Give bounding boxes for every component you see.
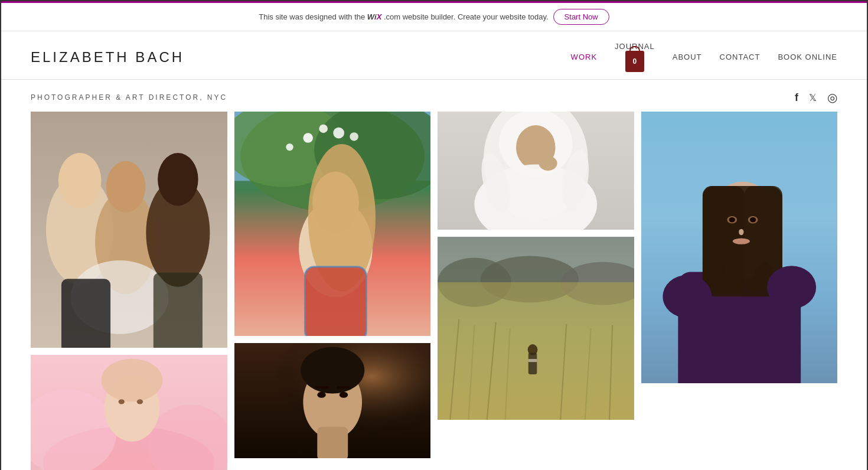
svg-point-15 [101,359,162,402]
svg-rect-65 [528,359,537,362]
wix-logo: WiX [367,12,384,21]
start-now-button[interactable]: Start Now [553,9,609,25]
gallery-col-1 [31,112,227,470]
twitter-icon[interactable]: 𝕏 [809,92,817,103]
svg-rect-40 [315,386,329,389]
gallery-col-4 [641,112,838,470]
svg-point-78 [732,238,749,244]
svg-point-26 [350,132,358,141]
svg-rect-8 [61,279,110,348]
svg-point-64 [528,344,538,355]
nav-item-work[interactable]: WORK [571,53,597,61]
cart-icon[interactable]: 0 [625,51,644,72]
instagram-icon[interactable]: ◎ [827,90,837,105]
gallery-col-2 [234,112,431,470]
nav-item-about[interactable]: ABOUT [673,53,702,61]
svg-point-27 [286,143,293,151]
svg-rect-31 [305,267,366,336]
photo-flowers-outdoor[interactable] [234,112,431,336]
facebook-icon[interactable]: f [795,92,798,104]
svg-point-79 [729,217,735,222]
svg-point-23 [303,133,313,143]
nav-item-contact[interactable]: CONTACT [720,53,761,61]
subtitle-text: PHOTOGRAPHER & ART DIRECTOR, NYC [31,93,227,102]
svg-point-2 [58,153,102,208]
main-nav: WORK JOURNAL 0 ABOUT CONTACT Book Online [571,42,837,72]
svg-rect-9 [154,273,203,348]
photo-group-fashion[interactable] [31,112,227,348]
photo-field-landscape[interactable] [438,237,634,420]
header: ELIZABETH BACH WORK JOURNAL 0 ABOUT CONT… [1,31,867,80]
svg-point-6 [158,153,198,205]
top-banner: This site was designed with the WiX .com… [1,1,867,31]
svg-rect-41 [336,386,350,389]
svg-rect-63 [528,353,537,374]
svg-point-82 [767,266,816,309]
svg-point-4 [106,161,146,213]
photo-man-dark-portrait[interactable] [234,343,431,458]
svg-rect-37 [317,427,348,458]
svg-point-38 [317,391,326,397]
svg-point-36 [301,347,364,394]
subtitle-bar: PHOTOGRAPHER & ART DIRECTOR, NYC f 𝕏 ◎ [1,80,867,112]
site-title: ELIZABETH BACH [31,49,184,66]
photo-pink-feathers[interactable] [31,355,227,470]
banner-text: This site was designed with the WiX .com… [259,12,548,21]
photo-gallery [1,112,867,470]
svg-point-49 [539,156,557,171]
svg-point-39 [339,391,348,397]
social-icons: f 𝕏 ◎ [795,90,837,105]
gallery-col-3 [438,112,634,470]
svg-point-25 [333,128,344,139]
svg-point-80 [749,217,755,222]
cart-count: 0 [633,57,637,66]
svg-point-77 [739,229,743,235]
svg-point-81 [663,275,712,318]
nav-item-book-online[interactable]: Book Online [778,53,837,61]
photo-portrait-turtleneck[interactable] [641,112,838,383]
photo-white-hijab[interactable] [438,112,634,230]
svg-point-17 [137,399,143,404]
svg-point-24 [319,125,328,133]
svg-point-16 [119,399,125,404]
